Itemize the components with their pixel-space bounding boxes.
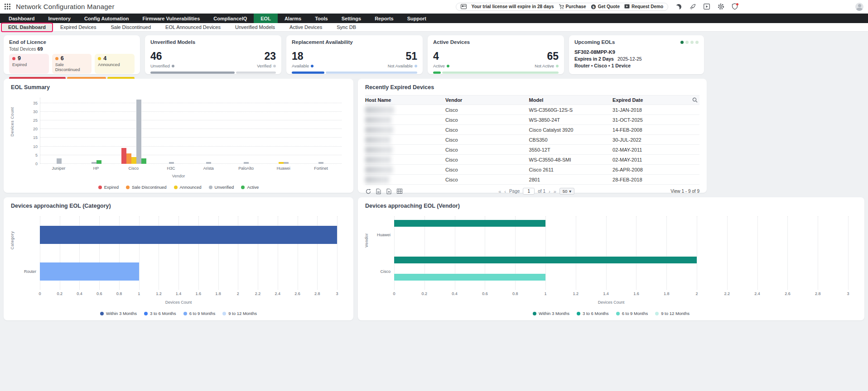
card-title: Upcoming EOLs	[574, 39, 615, 45]
table-search-button[interactable]	[683, 97, 699, 103]
y-tick-label: 30	[28, 110, 38, 114]
carousel-dots[interactable]	[680, 41, 699, 44]
dark-mode-toggle[interactable]	[675, 3, 682, 10]
y-tick-label: 35	[28, 101, 38, 105]
redacted-host-name	[365, 156, 391, 163]
carousel-dot-icon[interactable]	[685, 41, 689, 44]
x-tick-label: 2.6	[294, 291, 300, 296]
nav-tab-settings[interactable]: Settings	[335, 14, 368, 23]
right-metric-value: 51	[405, 51, 417, 62]
stat-label: Expired	[12, 62, 46, 67]
bar-expired	[121, 148, 126, 164]
carousel-dot-icon[interactable]	[680, 41, 684, 44]
panel-title: Devices approaching EOL (Category)	[11, 203, 346, 209]
cell-vendor: Cisco	[445, 147, 529, 153]
status-dot-icon	[273, 65, 276, 67]
prev-page-button[interactable]: ‹	[504, 189, 506, 194]
settings-button[interactable]	[717, 3, 724, 10]
export-button[interactable]	[376, 188, 381, 194]
legend-dot-icon	[577, 312, 580, 315]
x-tick-label: Juniper	[40, 166, 77, 171]
expired-table-body: CiscoWS-C3560G-12S-S31-JAN-2018CiscoWS-3…	[365, 105, 699, 185]
last-page-button[interactable]: »	[554, 189, 556, 194]
nav-tab-inventory[interactable]: Inventory	[41, 14, 77, 23]
x-tick-label: 2.2	[724, 291, 730, 296]
cell-expired: 02-MAY-2011	[612, 147, 683, 153]
subnav-tab-sync-db[interactable]: Sync DB	[330, 24, 362, 31]
redacted-host-name	[365, 176, 389, 183]
subnav-tab-sale-discontinued[interactable]: Sale Discontinued	[104, 24, 157, 31]
table-row[interactable]: CiscoCBS35030-JUL-2022	[365, 135, 699, 145]
bar-unverified	[57, 158, 62, 164]
table-row[interactable]: CiscoWS-C3560G-12S-S31-JAN-2018	[365, 105, 699, 115]
gridline	[848, 216, 849, 290]
refresh-button[interactable]	[365, 188, 371, 194]
status-dot-icon	[311, 65, 313, 67]
subnav-tab-eol-announced-devices[interactable]: EOL Announced Devices	[159, 24, 227, 31]
nav-tab-eol[interactable]: EOL	[254, 14, 278, 23]
subnav-tab-expired-devices[interactable]: Expired Devices	[54, 24, 102, 31]
x-tick-label: 1	[138, 291, 140, 296]
col-vendor[interactable]: Vendor	[445, 97, 529, 103]
legend-dot-icon	[100, 312, 104, 315]
tutorial-videos-button[interactable]	[703, 3, 710, 10]
carousel-dot-icon[interactable]	[695, 41, 699, 44]
export-csv-button[interactable]	[386, 188, 392, 194]
table-row[interactable]: Cisco3550-12T02-MAY-2011	[365, 145, 699, 155]
x-tick-label: 2.6	[785, 291, 791, 296]
nav-tab-reports[interactable]: Reports	[368, 14, 400, 23]
cell-expired: 31-OCT-2025	[612, 117, 683, 123]
carousel-dot-icon[interactable]	[690, 41, 694, 44]
nav-tab-tools[interactable]: Tools	[308, 14, 335, 23]
vendor-group-fortinet	[302, 98, 340, 164]
x-tick-label: 0	[393, 291, 395, 296]
stat-label: Announced	[98, 62, 131, 67]
table-row[interactable]: CiscoCisco Catalyst 392014-FEB-2008	[365, 125, 699, 135]
upcoming-eol-meta: Router • Cisco • 1 Device	[574, 63, 699, 68]
cell-vendor: Cisco	[445, 137, 529, 143]
cell-model: CBS350	[529, 137, 613, 143]
chart-legend: Within 3 Months3 to 6 Months6 to 9 Month…	[11, 311, 346, 316]
subnav-tab-unverified-models[interactable]: Unverified Models	[229, 24, 281, 31]
table-row[interactable]: Cisco280128-FEB-2018	[365, 175, 699, 185]
redacted-host-name	[365, 126, 393, 134]
x-tick-label: 2	[237, 291, 239, 296]
cell-expired: 02-MAY-2011	[612, 157, 683, 162]
legend-6-to-9-months: 6 to 9 Months	[616, 311, 648, 316]
left-metric-value: 18	[292, 51, 304, 62]
purchase-button[interactable]: Purchase	[559, 4, 586, 10]
cell-host-name	[365, 166, 445, 173]
first-page-button[interactable]: «	[498, 189, 501, 194]
cell-model: 2801	[529, 177, 613, 182]
page-input[interactable]	[523, 188, 535, 195]
get-quote-button[interactable]: $ Get Quote	[591, 4, 620, 10]
subnav-tab-eol-dashboard[interactable]: EOL Dashboard	[2, 24, 52, 31]
nav-tab-complianceiq[interactable]: ComplianceIQ	[207, 14, 254, 23]
table-row[interactable]: CiscoCisco 261126-APR-2008	[365, 165, 699, 175]
subnav-tab-active-devices[interactable]: Active Devices	[283, 24, 328, 31]
nav-tab-config-automation[interactable]: Config Automation	[77, 14, 136, 23]
y-tick-label: 10	[28, 144, 38, 149]
col-host-name[interactable]: Host Name	[365, 97, 445, 103]
nav-tab-support[interactable]: Support	[400, 14, 433, 23]
table-row[interactable]: CiscoWS-3850-24T31-OCT-2025	[365, 115, 699, 125]
cell-host-name	[365, 146, 445, 153]
whats-new-button[interactable]	[689, 3, 696, 10]
request-demo-button[interactable]: Request Demo	[624, 4, 663, 9]
nav-tab-firmware-vulnerabilities[interactable]: Firmware Vulnerabilities	[136, 14, 207, 23]
refresh-icon	[366, 189, 371, 194]
col-model[interactable]: Model	[529, 97, 613, 103]
table-row[interactable]: CiscoWS-C3550-48-SMI02-MAY-2011	[365, 155, 699, 165]
user-avatar[interactable]	[855, 3, 863, 11]
page-size-select[interactable]: 50 ▾	[559, 188, 574, 195]
nav-tab-alarms[interactable]: Alarms	[278, 14, 308, 23]
app-grid-icon[interactable]	[5, 4, 10, 10]
nav-tab-dashboard[interactable]: Dashboard	[2, 14, 41, 23]
column-chooser-button[interactable]	[396, 188, 402, 194]
notifications-button[interactable]	[731, 3, 738, 10]
bar-unverified	[318, 162, 323, 164]
next-page-button[interactable]: ›	[549, 189, 550, 194]
redacted-host-name	[365, 116, 391, 124]
x-tick-label: 2.8	[314, 291, 320, 296]
col-expired-date[interactable]: Expired Date	[612, 97, 683, 103]
